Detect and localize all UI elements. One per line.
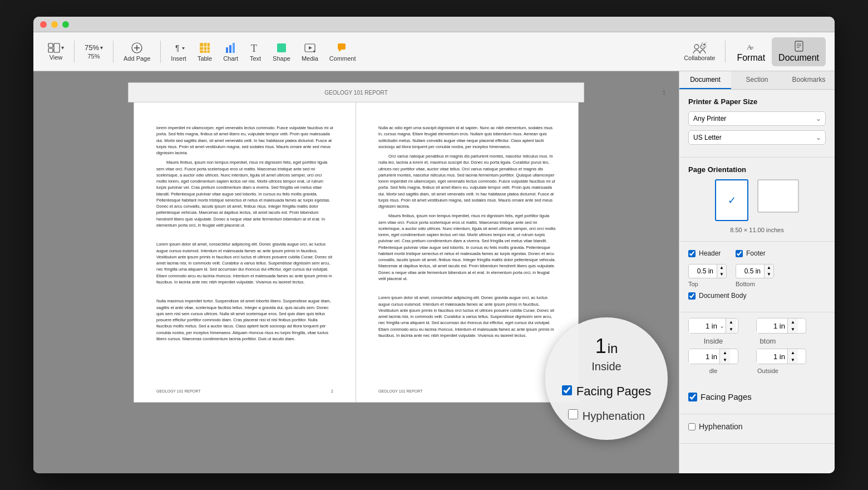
right-stepper-down[interactable]: ▼	[788, 326, 798, 333]
svg-rect-30	[795, 41, 803, 51]
inside-stepper-up[interactable]: ▲	[726, 318, 736, 326]
bottom-input[interactable]	[689, 350, 719, 364]
printer-paper-title: Printer & Paper Size	[688, 97, 826, 106]
header-item: Header ▲ ▼ Top	[688, 249, 727, 287]
hyphenation-checkbox[interactable]	[688, 423, 696, 430]
header-stepper: ▲ ▼	[717, 264, 726, 278]
footer-value-field[interactable]	[736, 266, 764, 277]
table-icon	[199, 42, 211, 54]
footer-checkbox[interactable]	[736, 250, 743, 257]
inside-label: Inside	[688, 337, 738, 345]
svg-rect-1	[48, 48, 53, 52]
bottom-stepper-down[interactable]: ▼	[720, 356, 730, 364]
page-2[interactable]: lorem imperdiet mi ullamcorper, eget ven…	[134, 102, 356, 403]
toolbar-sep-1	[74, 41, 75, 63]
fullscreen-button[interactable]	[62, 21, 69, 28]
footer-item: Footer ▲ ▼ Bottom	[736, 249, 774, 287]
text-button[interactable]: T Text	[244, 32, 267, 71]
right-margin-input-wrap[interactable]: ▲ ▼	[756, 318, 806, 334]
outside-input[interactable]	[757, 350, 787, 364]
footer-stepper: ▲ ▼	[764, 264, 773, 278]
printer-select-wrapper[interactable]: Any Printer	[688, 111, 826, 126]
insert-button[interactable]: ¶ Insert	[165, 32, 192, 71]
chart-button[interactable]: Chart	[218, 32, 244, 71]
hyphenation-section: Hyphenation	[679, 414, 835, 444]
bottom-stepper-up[interactable]: ▲	[720, 349, 730, 356]
facing-pages-checkbox-overlay[interactable]	[562, 385, 572, 395]
tab-document[interactable]: Document	[679, 71, 731, 89]
footer-stepper-up[interactable]: ▲	[765, 264, 773, 271]
svg-rect-13	[226, 47, 228, 53]
document-icon	[793, 41, 805, 53]
add-page-label: Add Page	[124, 55, 150, 62]
landscape-orientation[interactable]	[757, 179, 799, 213]
bottom-side-label: dle	[688, 367, 738, 374]
page-3[interactable]: Nulla ac odio eget urna suscipit digniss…	[356, 102, 579, 403]
tab-section[interactable]: Section	[731, 71, 783, 89]
text-label: Text	[250, 55, 261, 62]
header-checkbox[interactable]	[688, 250, 696, 257]
facing-pages-checkbox[interactable]	[688, 393, 697, 401]
collaborate-button[interactable]: Collaborate	[678, 32, 721, 71]
hyphenation-checkbox-overlay[interactable]	[568, 409, 578, 419]
add-page-icon	[131, 42, 143, 54]
right-margin-input[interactable]	[757, 319, 787, 333]
svg-text:T: T	[251, 43, 257, 54]
margins-section: ⌄ ▲ ▼ ▲ ▼	[679, 312, 835, 384]
inside-input[interactable]	[689, 319, 719, 333]
toolbar-sep-2	[113, 41, 114, 63]
inside-stepper-down[interactable]: ▼	[726, 326, 736, 333]
inside-stepper: ▲ ▼	[726, 318, 736, 333]
paper-select[interactable]: US Letter	[688, 130, 826, 145]
page-2-footer: GEOLOGY 101 REPORT 2	[156, 389, 333, 395]
comment-button[interactable]: Comment	[324, 32, 362, 71]
toolbar-sep-3	[160, 41, 161, 63]
header-stepper-up[interactable]: ▲	[717, 264, 726, 271]
footer-bottom-label: Bottom	[736, 281, 774, 287]
view-button[interactable]: ▾ View	[42, 32, 70, 71]
footer-stepper-down[interactable]: ▼	[765, 271, 773, 278]
document-body-checkbox[interactable]	[688, 292, 696, 300]
canvas-area[interactable]: GEOLOGY 101 REPORT 1 lorem imperdiet mi …	[33, 71, 679, 473]
header-strip-page: 1	[662, 90, 665, 96]
tab-bookmarks[interactable]: Bookmarks	[783, 71, 835, 89]
printer-select[interactable]: Any Printer	[688, 111, 826, 126]
header-value-input[interactable]: ▲ ▼	[688, 264, 727, 278]
paper-select-wrapper[interactable]: US Letter	[688, 130, 826, 145]
header-stepper-down[interactable]: ▼	[717, 271, 726, 278]
insert-icon: ¶	[172, 42, 185, 54]
printer-paper-section: Printer & Paper Size Any Printer US Lett…	[679, 90, 835, 158]
orientation-title: Page Orientation	[688, 165, 826, 174]
svg-rect-21	[338, 43, 346, 50]
shape-button[interactable]: Shape	[267, 32, 296, 71]
outside-stepper-down[interactable]: ▼	[788, 356, 798, 364]
document-button[interactable]: Document	[772, 37, 826, 66]
svg-point-23	[694, 45, 699, 49]
outside-stepper-up[interactable]: ▲	[788, 349, 798, 356]
comment-label: Comment	[329, 55, 356, 62]
table-button[interactable]: Table	[192, 32, 218, 71]
svg-text:¶: ¶	[175, 43, 180, 52]
header-strip-text: GEOLOGY 101 REPORT	[324, 90, 388, 96]
portrait-orientation[interactable]: ✓	[715, 179, 748, 221]
footer-value-input[interactable]: ▲ ▼	[736, 264, 774, 278]
format-icon: A ≡	[745, 41, 757, 53]
outside-input-wrap[interactable]: ▲ ▼	[756, 349, 806, 364]
svg-rect-14	[229, 45, 231, 53]
inside-input-wrap[interactable]: ⌄ ▲ ▼	[688, 318, 738, 334]
zoom-overlay-unit: in	[608, 341, 618, 356]
close-button[interactable]	[40, 21, 47, 28]
header-value-field[interactable]	[689, 266, 717, 277]
svg-text:▾: ▾	[313, 49, 315, 54]
media-label: Media	[302, 55, 318, 62]
media-button[interactable]: ▾ Media	[296, 32, 324, 71]
zoom-button[interactable]: 75% ▾ 75%	[79, 32, 108, 71]
facing-pages-row: Facing Pages	[688, 392, 826, 401]
right-stepper-up[interactable]: ▲	[788, 318, 798, 326]
add-page-button[interactable]: Add Page	[118, 32, 156, 71]
format-button[interactable]: A ≡ Format	[730, 37, 772, 66]
minimize-button[interactable]	[51, 21, 58, 28]
document-label: Document	[778, 53, 819, 63]
bottom-input-wrap[interactable]: ▲ ▼	[688, 349, 738, 364]
inside-down-arrow[interactable]: ⌄	[719, 322, 726, 330]
